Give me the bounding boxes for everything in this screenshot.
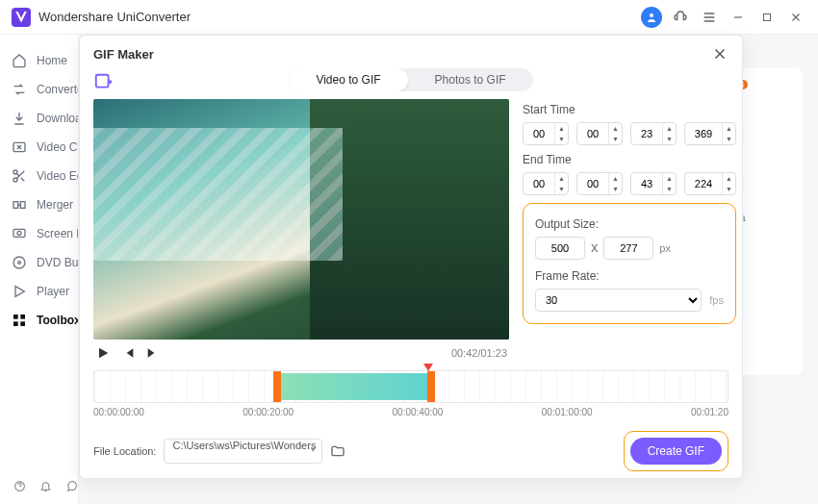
app-logo-icon — [12, 8, 31, 27]
svg-rect-13 — [20, 315, 25, 319]
maximize-icon[interactable] — [756, 7, 778, 28]
end-minutes-input[interactable] — [577, 178, 608, 189]
svg-rect-12 — [13, 315, 18, 319]
sidebar-item-label: Converter — [37, 83, 78, 96]
end-seconds-stepper[interactable]: ▲▼ — [630, 172, 677, 195]
start-hours-stepper[interactable]: ▲▼ — [523, 122, 569, 145]
sidebar-item-label: Home — [37, 54, 67, 67]
close-icon[interactable] — [711, 45, 729, 63]
sidebar-item-label: Player — [37, 285, 69, 298]
svg-rect-5 — [13, 202, 18, 209]
account-avatar-icon[interactable] — [641, 7, 662, 28]
convert-icon — [12, 82, 27, 97]
start-ms-stepper[interactable]: ▲▼ — [684, 122, 736, 145]
svg-rect-17 — [96, 75, 109, 88]
menu-icon[interactable] — [699, 7, 720, 28]
notifications-icon[interactable] — [39, 479, 52, 494]
end-seconds-input[interactable] — [631, 178, 662, 189]
tab-video-to-gif[interactable]: Video to GIF — [289, 68, 407, 91]
start-hours-input[interactable] — [524, 128, 554, 139]
svg-rect-1 — [764, 13, 771, 20]
output-width-input[interactable] — [535, 237, 585, 260]
svg-point-8 — [17, 231, 21, 235]
svg-marker-11 — [15, 287, 24, 297]
start-seconds-input[interactable] — [631, 128, 662, 139]
sidebar-item-toolbox[interactable]: Toolbox — [0, 306, 78, 335]
prev-frame-button[interactable] — [120, 345, 136, 361]
sidebar-item-label: DVD Burner — [37, 256, 78, 269]
sidebar-item-home[interactable]: Home — [0, 46, 78, 75]
end-hours-stepper[interactable]: ▲▼ — [523, 172, 569, 195]
output-height-input[interactable] — [603, 237, 653, 260]
end-time-label: End Time — [523, 153, 736, 166]
svg-rect-6 — [20, 202, 25, 209]
video-preview[interactable] — [93, 99, 509, 340]
record-icon — [12, 226, 27, 241]
create-gif-button[interactable]: Create GIF — [630, 438, 722, 465]
sidebar-item-label: Downloader — [37, 112, 78, 125]
open-folder-button[interactable] — [330, 443, 345, 459]
timeline-handle-end[interactable] — [427, 371, 435, 402]
end-ms-input[interactable] — [685, 178, 722, 189]
file-location-select[interactable]: C:\Users\ws\Pictures\Wonders — [164, 439, 322, 464]
end-ms-stepper[interactable]: ▲▼ — [684, 172, 736, 195]
file-location-label: File Location: — [93, 445, 156, 457]
sidebar-item-label: Video Compressor — [37, 140, 78, 154]
app-title: Wondershare UniConverter — [38, 10, 191, 24]
timeline-selection[interactable] — [277, 373, 429, 400]
mode-tabs: Video to GIF Photos to GIF — [289, 68, 532, 91]
frame-rate-select[interactable]: 30 — [535, 289, 702, 312]
sidebar-item-compressor[interactable]: Video Compressor — [0, 133, 78, 162]
svg-point-3 — [13, 170, 17, 174]
next-frame-button[interactable] — [145, 345, 161, 361]
gif-maker-modal: GIF Maker Video to GIF Photos to GIF 00:… — [79, 35, 743, 479]
svg-rect-14 — [13, 321, 18, 326]
sidebar: Home Converter Downloader Video Compress… — [0, 35, 79, 504]
svg-point-10 — [18, 262, 21, 265]
sidebar-item-converter[interactable]: Converter — [0, 75, 78, 104]
svg-point-0 — [650, 13, 653, 17]
sidebar-item-label: Merger — [37, 198, 73, 212]
timeline-playhead-icon[interactable] — [423, 364, 433, 371]
end-hours-input[interactable] — [524, 178, 554, 189]
feedback-icon[interactable] — [65, 479, 78, 494]
sidebar-item-dvd[interactable]: DVD Burner — [0, 248, 78, 277]
support-icon[interactable] — [670, 7, 691, 28]
merge-icon — [12, 197, 27, 213]
home-icon — [12, 53, 27, 68]
sidebar-item-label: Toolbox — [37, 314, 78, 327]
start-minutes-input[interactable] — [577, 128, 608, 139]
sidebar-item-recorder[interactable]: Screen Recorder — [0, 219, 78, 248]
fps-unit: fps — [709, 294, 724, 306]
timeline-track[interactable] — [93, 370, 729, 403]
play-button[interactable] — [95, 345, 111, 361]
start-ms-input[interactable] — [685, 128, 722, 139]
start-minutes-stepper[interactable]: ▲▼ — [576, 122, 623, 145]
toolbox-icon — [12, 313, 27, 328]
create-gif-highlight: Create GIF — [624, 431, 729, 471]
end-minutes-stepper[interactable]: ▲▼ — [576, 172, 623, 195]
scissors-icon — [12, 168, 27, 184]
help-icon[interactable] — [13, 479, 26, 494]
playback-controls: 00:42/01:23 — [93, 340, 509, 366]
size-unit: px — [659, 242, 671, 254]
timeline-handle-start[interactable] — [273, 371, 281, 402]
svg-rect-15 — [20, 321, 25, 326]
svg-point-9 — [13, 257, 25, 268]
close-window-icon[interactable] — [785, 7, 806, 28]
sidebar-item-downloader[interactable]: Downloader — [0, 104, 78, 133]
svg-point-4 — [13, 178, 17, 182]
playback-time: 00:42/01:23 — [451, 347, 507, 359]
sidebar-item-editor[interactable]: Video Editor — [0, 162, 78, 190]
add-media-button[interactable] — [93, 72, 115, 93]
output-size-label: Output Size: — [535, 217, 724, 231]
download-icon — [12, 111, 27, 126]
tab-photos-to-gif[interactable]: Photos to GIF — [408, 68, 533, 91]
chevron-up-icon: ▲ — [555, 123, 568, 134]
frame-rate-label: Frame Rate: — [535, 269, 724, 283]
sidebar-item-merger[interactable]: Merger — [0, 190, 78, 219]
modal-title: GIF Maker — [93, 47, 154, 62]
sidebar-item-player[interactable]: Player — [0, 277, 78, 306]
start-seconds-stepper[interactable]: ▲▼ — [630, 122, 677, 145]
minimize-icon[interactable] — [728, 7, 749, 28]
